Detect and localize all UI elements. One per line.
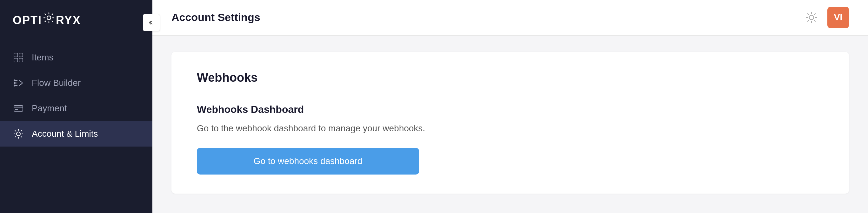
header: Account Settings VI xyxy=(152,0,868,35)
payment-icon xyxy=(13,103,24,114)
svg-point-11 xyxy=(809,15,814,20)
section-title: Webhooks xyxy=(197,71,824,85)
sidebar-item-label-account-limits: Account & Limits xyxy=(32,129,98,139)
svg-rect-4 xyxy=(19,58,23,62)
svg-rect-8 xyxy=(14,106,23,111)
svg-rect-2 xyxy=(19,53,23,57)
logo-gear-icon xyxy=(42,11,55,24)
svg-point-7 xyxy=(14,85,16,86)
sidebar-item-label-items: Items xyxy=(32,52,53,63)
sidebar-item-items[interactable]: Items xyxy=(0,45,152,70)
main-content: Account Settings VI Webhooks Webhooks Da… xyxy=(152,0,868,213)
account-limits-icon xyxy=(13,128,24,139)
go-to-webhooks-button[interactable]: Go to webhooks dashboard xyxy=(197,148,419,175)
items-icon xyxy=(13,52,24,63)
svg-point-5 xyxy=(14,79,16,81)
svg-point-6 xyxy=(14,82,16,84)
svg-point-10 xyxy=(17,132,20,136)
sidebar-nav: Items Flow Builder xyxy=(0,38,152,213)
sidebar: OPTI RYX Items xyxy=(0,0,152,213)
sidebar-item-label-flow-builder: Flow Builder xyxy=(32,78,81,88)
page-title: Account Settings xyxy=(172,11,260,24)
flow-builder-icon xyxy=(13,77,24,89)
theme-toggle-button[interactable] xyxy=(805,10,818,25)
sidebar-collapse-button[interactable] xyxy=(143,14,160,31)
sidebar-item-flow-builder[interactable]: Flow Builder xyxy=(0,70,152,96)
user-avatar[interactable]: VI xyxy=(827,7,849,28)
svg-rect-1 xyxy=(14,53,18,57)
svg-rect-9 xyxy=(15,109,18,110)
sidebar-item-account-limits[interactable]: Account & Limits xyxy=(0,121,152,147)
sidebar-item-payment[interactable]: Payment xyxy=(0,96,152,121)
logo-area: OPTI RYX xyxy=(0,0,152,38)
sidebar-item-label-payment: Payment xyxy=(32,103,67,113)
header-actions: VI xyxy=(805,7,849,28)
subsection-title: Webhooks Dashboard xyxy=(197,104,824,115)
svg-point-0 xyxy=(47,16,51,20)
svg-rect-3 xyxy=(14,58,18,62)
content-card: Webhooks Webhooks Dashboard Go to the we… xyxy=(172,52,849,194)
logo-text: OPTI RYX xyxy=(13,11,81,27)
subsection-description: Go to the webhook dashboard to manage yo… xyxy=(197,122,824,135)
content-area: Webhooks Webhooks Dashboard Go to the we… xyxy=(152,36,868,213)
